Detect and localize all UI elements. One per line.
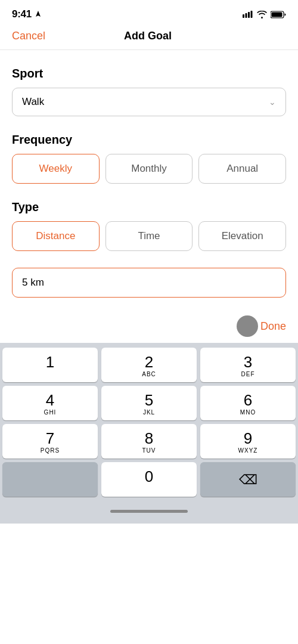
signal-icon	[243, 11, 253, 18]
frequency-weekly-button[interactable]: Weekly	[12, 154, 100, 184]
battery-icon	[271, 11, 286, 18]
wifi-icon	[257, 11, 267, 18]
nav-bar: Cancel Add Goal	[0, 25, 298, 50]
status-bar: 9:41	[0, 0, 298, 25]
location-icon	[35, 11, 41, 18]
chevron-down-icon: ⌄	[269, 97, 276, 107]
type-button-group: Distance Time Elevation	[12, 221, 286, 251]
status-icons	[243, 11, 286, 18]
keyboard-row-1: 1 2 ABC 3 DEF	[2, 348, 296, 382]
key-4[interactable]: 4 GHI	[2, 386, 98, 420]
keyboard-row-3: 7 PQRS 8 TUV 9 WXYZ	[2, 424, 296, 459]
backspace-icon: ⌫	[239, 472, 257, 488]
sport-label: Sport	[12, 67, 286, 80]
sport-value: Walk	[22, 96, 44, 108]
content: Sport Walk ⌄ Frequency Weekly Monthly An…	[0, 50, 298, 309]
key-0[interactable]: 0	[101, 462, 197, 497]
sport-dropdown[interactable]: Walk ⌄	[12, 88, 286, 116]
key-9[interactable]: 9 WXYZ	[200, 424, 296, 459]
cancel-button[interactable]: Cancel	[12, 30, 45, 42]
svg-rect-1	[246, 13, 247, 18]
frequency-label: Frequency	[12, 133, 286, 147]
key-6[interactable]: 6 MNO	[200, 386, 296, 420]
type-label: Type	[12, 200, 286, 214]
home-indicator	[0, 503, 298, 524]
key-8[interactable]: 8 TUV	[101, 424, 197, 459]
frequency-annual-button[interactable]: Annual	[198, 154, 286, 184]
type-time-button[interactable]: Time	[105, 221, 193, 251]
type-elevation-button[interactable]: Elevation	[198, 221, 286, 251]
key-empty	[2, 462, 98, 497]
svg-rect-5	[272, 12, 283, 17]
svg-rect-3	[251, 11, 253, 18]
page-title: Add Goal	[124, 30, 172, 42]
keyboard: 1 2 ABC 3 DEF 4 GHI 5 JKL 6 MNO 7 PQRS	[0, 343, 298, 503]
keyboard-row-4: 0 ⌫	[2, 462, 296, 497]
svg-rect-2	[248, 12, 250, 18]
frequency-monthly-button[interactable]: Monthly	[105, 154, 193, 184]
goal-input[interactable]	[12, 268, 286, 298]
keyboard-row-2: 4 GHI 5 JKL 6 MNO	[2, 386, 296, 420]
delete-key[interactable]: ⌫	[200, 462, 296, 497]
frequency-button-group: Weekly Monthly Annual	[12, 154, 286, 184]
key-2[interactable]: 2 ABC	[101, 348, 197, 382]
key-1[interactable]: 1	[2, 348, 98, 382]
done-circle-overlay	[237, 315, 258, 337]
key-3[interactable]: 3 DEF	[200, 348, 296, 382]
svg-rect-0	[243, 14, 244, 18]
type-distance-button[interactable]: Distance	[12, 221, 100, 251]
home-bar	[110, 510, 188, 513]
key-7[interactable]: 7 PQRS	[2, 424, 98, 459]
status-time: 9:41	[12, 8, 32, 20]
key-5[interactable]: 5 JKL	[101, 386, 197, 420]
done-area: Done	[0, 309, 298, 343]
